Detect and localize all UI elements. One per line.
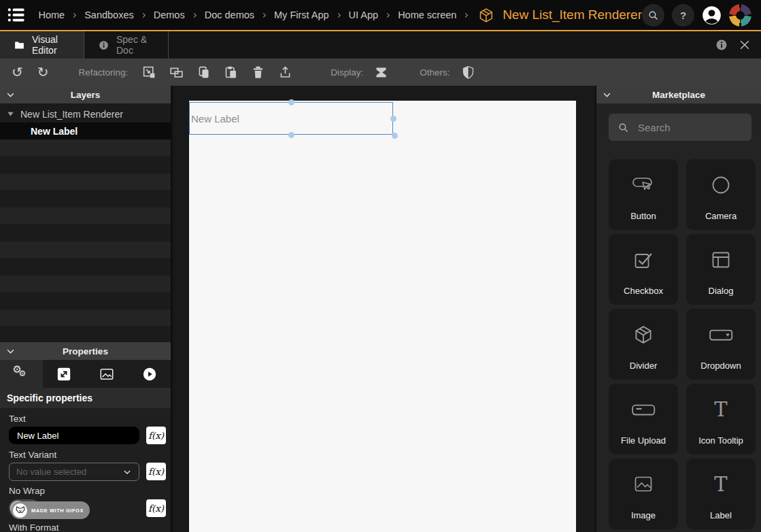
- shield-icon[interactable]: [461, 65, 475, 80]
- image-icon: [99, 367, 114, 382]
- component-card-divider[interactable]: Divider: [609, 309, 678, 380]
- tabrow-actions: [715, 31, 761, 59]
- layer-item-root[interactable]: New List_Item Renderer: [0, 105, 171, 122]
- component-label: Dropdown: [700, 361, 741, 371]
- chevron-down-icon: [122, 467, 132, 477]
- selected-label-widget[interactable]: New Label: [189, 102, 393, 135]
- component-label: Checkbox: [624, 286, 663, 296]
- resize-handle-right[interactable]: [390, 116, 396, 122]
- layer-item-selected[interactable]: New Label: [0, 122, 171, 139]
- breadcrumb-doc-demos[interactable]: Doc demos: [205, 10, 254, 20]
- properties-header[interactable]: Properties: [0, 342, 171, 360]
- text-variant-select[interactable]: No value selected: [9, 463, 139, 481]
- gears-icon: ⚙ ⚙: [13, 366, 29, 382]
- canvas-area: New Label: [173, 86, 595, 532]
- editor-tabs: Visual Editor Spec & Doc: [0, 31, 761, 59]
- undo-button[interactable]: ↺: [12, 65, 23, 79]
- component-card-checkbox[interactable]: Checkbox: [609, 234, 678, 305]
- select-placeholder: No value selected: [16, 467, 122, 477]
- component-card-image[interactable]: Image: [609, 459, 678, 529]
- folder-icon: [14, 39, 25, 51]
- chevron-down-icon[interactable]: [5, 346, 16, 356]
- display-label: Display:: [331, 67, 363, 78]
- marketplace-title: Marketplace: [596, 90, 761, 100]
- breadcrumb-home-screen[interactable]: Home screen: [398, 10, 456, 20]
- widget-text: New Label: [190, 113, 239, 124]
- tab-spec-doc[interactable]: Spec & Doc: [84, 31, 169, 59]
- breadcrumb-my-first-app[interactable]: My First App: [274, 10, 329, 20]
- component-label: File Upload: [621, 435, 666, 446]
- button-icon: [632, 173, 655, 197]
- tab-actions-properties[interactable]: [128, 360, 171, 388]
- text-input[interactable]: [9, 427, 139, 444]
- extract-icon[interactable]: [142, 65, 156, 80]
- tab-specific-properties[interactable]: ⚙ ⚙: [0, 360, 43, 388]
- info-icon[interactable]: [715, 38, 728, 52]
- breadcrumb-demos[interactable]: Demos: [154, 10, 185, 20]
- menu-icon[interactable]: [7, 6, 27, 24]
- component-label: Icon Tooltip: [698, 435, 743, 446]
- chevron-right-icon: [335, 12, 343, 19]
- component-card-dialog[interactable]: Dialog: [686, 234, 756, 305]
- fx-button-nowrap[interactable]: f(x): [146, 499, 166, 517]
- export-icon[interactable]: [278, 65, 292, 80]
- redo-button[interactable]: ↻: [37, 65, 49, 79]
- breadcrumb-home[interactable]: Home: [39, 10, 65, 20]
- play-icon: [142, 367, 157, 382]
- breadcrumb-ui-app[interactable]: UI App: [349, 10, 379, 20]
- tab-layout-properties[interactable]: [43, 360, 86, 388]
- fox-icon: [13, 503, 27, 518]
- component-card-label[interactable]: T Label: [686, 459, 756, 529]
- tab-visual-editor[interactable]: Visual Editor: [0, 31, 84, 59]
- layer-label: New List_Item Renderer: [20, 109, 123, 120]
- breadcrumb-sandboxes[interactable]: Sandboxes: [84, 10, 134, 20]
- triangle-down-icon[interactable]: [7, 110, 14, 118]
- help-button[interactable]: ?: [672, 4, 694, 27]
- resize-handle-bottom[interactable]: [288, 132, 294, 138]
- cube-icon: [633, 323, 654, 346]
- design-canvas[interactable]: New Label: [189, 101, 576, 532]
- copy-icon[interactable]: [197, 65, 211, 80]
- close-icon[interactable]: [738, 38, 751, 52]
- marketplace-search[interactable]: [609, 114, 751, 141]
- tab-style-properties[interactable]: [86, 360, 129, 388]
- text-icon: T: [714, 398, 727, 421]
- layers-title: Layers: [0, 90, 171, 100]
- page-title: New List_Item Renderer: [503, 7, 642, 22]
- chevron-down-icon[interactable]: [5, 90, 16, 100]
- group-icon[interactable]: [169, 65, 184, 80]
- marketplace-header[interactable]: Marketplace: [596, 86, 761, 103]
- chevron-down-icon[interactable]: [602, 90, 612, 100]
- component-card-icon-tooltip[interactable]: T Icon Tooltip: [686, 384, 756, 454]
- section-heading: Specific properties: [0, 388, 171, 408]
- component-cube-icon: [478, 7, 494, 24]
- chevron-right-icon: [384, 12, 392, 19]
- user-avatar[interactable]: [702, 5, 722, 25]
- search-button[interactable]: [642, 4, 664, 27]
- component-card-dropdown[interactable]: Dropdown: [686, 309, 756, 380]
- fx-button-variant[interactable]: f(x): [146, 463, 166, 480]
- resize-handle-top[interactable]: [288, 99, 294, 105]
- component-label: Camera: [705, 211, 737, 221]
- component-label: Image: [631, 510, 656, 520]
- component-card-file-upload[interactable]: File Upload: [609, 384, 678, 454]
- tab-label: Spec & Doc: [116, 34, 156, 56]
- paste-icon[interactable]: [224, 65, 238, 80]
- properties-form: Text f(x) Text Variant No value selected…: [0, 408, 171, 532]
- resize-handle-bottom-right[interactable]: [392, 133, 398, 139]
- refactoring-tools: [142, 65, 292, 80]
- chevron-right-icon: [140, 12, 148, 19]
- layers-header[interactable]: Layers: [0, 86, 171, 103]
- component-card-camera[interactable]: Camera: [686, 159, 756, 230]
- component-label: Dialog: [709, 286, 734, 296]
- delete-icon[interactable]: [251, 65, 265, 80]
- properties-title: Properties: [0, 346, 171, 356]
- checkbox-icon: [633, 248, 654, 271]
- component-card-button[interactable]: Button: [609, 159, 678, 230]
- wireframe-icon[interactable]: [374, 65, 388, 80]
- search-input[interactable]: [638, 122, 740, 133]
- fx-button-text[interactable]: f(x): [146, 427, 166, 444]
- app-window: Home Sandboxes Demos Doc demos My First …: [0, 0, 761, 532]
- camera-icon: [711, 173, 731, 197]
- chevron-right-icon: [260, 12, 268, 19]
